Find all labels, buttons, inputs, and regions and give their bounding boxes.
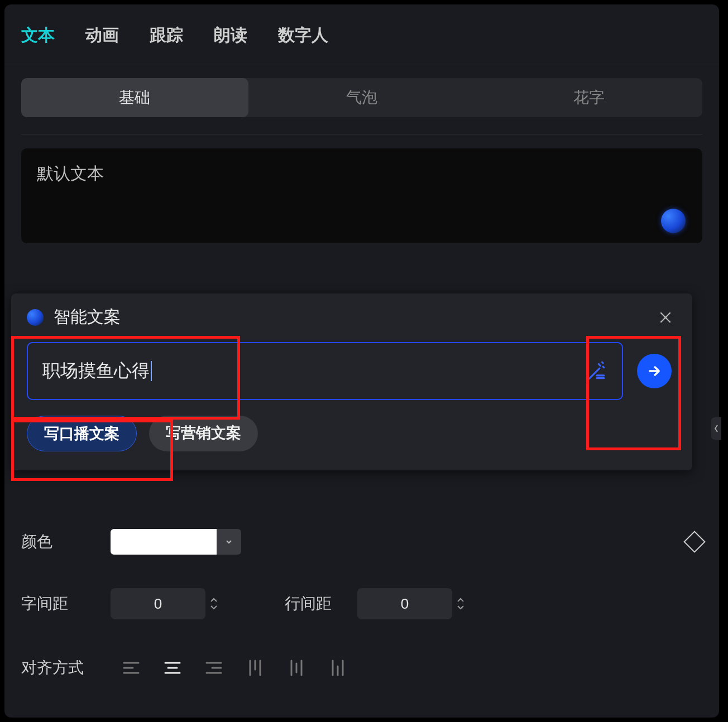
chevron-up-icon xyxy=(457,597,464,603)
sub-tabs: 基础 气泡 花字 xyxy=(21,78,702,117)
smart-copy-popup: 智能文案 职场摸鱼心得 xyxy=(11,293,692,470)
align-left-button[interactable] xyxy=(116,653,146,683)
align-vertical-right-button[interactable] xyxy=(323,653,353,683)
prompt-input[interactable]: 职场摸鱼心得 xyxy=(27,342,623,400)
subtab-fancy[interactable]: 花字 xyxy=(475,78,702,117)
color-dropdown[interactable] xyxy=(217,529,241,555)
chevron-down-icon xyxy=(224,537,233,546)
text-content-input[interactable]: 默认文本 xyxy=(21,148,702,243)
align-center-button[interactable] xyxy=(157,653,188,683)
ai-orb-small-icon xyxy=(27,309,44,326)
chevron-down-icon xyxy=(457,605,464,610)
top-tabs: 文本 动画 跟踪 朗读 数字人 xyxy=(4,4,719,64)
spacing-row: 字间距 0 行间距 0 xyxy=(21,588,702,619)
color-row: 颜色 xyxy=(21,529,702,555)
line-spacing-label: 行间距 xyxy=(285,593,357,614)
ai-orb-icon[interactable] xyxy=(661,209,686,233)
arrow-right-icon xyxy=(646,363,662,379)
letter-spacing-stepper[interactable] xyxy=(210,588,229,619)
color-swatch[interactable] xyxy=(111,529,217,555)
tab-text[interactable]: 文本 xyxy=(21,24,55,47)
align-vertical-center-button[interactable] xyxy=(281,653,312,683)
chevron-up-icon xyxy=(210,597,218,603)
divider xyxy=(21,134,702,134)
tab-read-aloud[interactable]: 朗读 xyxy=(214,24,247,47)
prompt-row: 职场摸鱼心得 xyxy=(27,342,677,400)
line-spacing-input[interactable]: 0 xyxy=(357,588,452,619)
subtab-bubble[interactable]: 气泡 xyxy=(248,78,476,117)
keyframe-diamond-icon[interactable] xyxy=(683,531,706,553)
align-right-button[interactable] xyxy=(199,653,229,683)
alignment-row: 对齐方式 xyxy=(21,653,702,683)
magic-wand-icon[interactable] xyxy=(586,360,607,382)
letter-spacing-input[interactable]: 0 xyxy=(111,588,205,619)
subtab-basic[interactable]: 基础 xyxy=(21,78,248,117)
send-button[interactable] xyxy=(632,342,677,400)
tab-animation[interactable]: 动画 xyxy=(85,24,119,47)
text-content-value: 默认文本 xyxy=(37,164,104,182)
chevron-down-icon xyxy=(210,605,218,610)
text-caret xyxy=(151,361,152,381)
alignment-label: 对齐方式 xyxy=(21,657,111,678)
letter-spacing-label: 字间距 xyxy=(21,593,111,614)
text-panel: 文本 动画 跟踪 朗读 数字人 基础 气泡 花字 默认文本 智能文案 xyxy=(4,4,719,718)
close-icon[interactable] xyxy=(654,306,677,329)
template-chips: 写口播文案 写营销文案 xyxy=(27,416,677,451)
prompt-input-value: 职场摸鱼心得 xyxy=(42,359,150,383)
popup-header: 智能文案 xyxy=(27,306,677,329)
chip-marketing-copy[interactable]: 写营销文案 xyxy=(149,416,258,451)
popup-title: 智能文案 xyxy=(54,306,121,329)
text-controls: 颜色 字间距 0 行间距 0 对齐方式 xyxy=(21,529,702,716)
tab-digital-human[interactable]: 数字人 xyxy=(278,24,328,47)
chip-voiceover-copy[interactable]: 写口播文案 xyxy=(27,416,137,451)
align-vertical-left-button[interactable] xyxy=(240,653,270,683)
tab-tracking[interactable]: 跟踪 xyxy=(150,24,183,47)
color-label: 颜色 xyxy=(21,531,111,552)
panel-collapse-handle[interactable] xyxy=(711,417,721,440)
line-spacing-stepper[interactable] xyxy=(457,588,476,619)
